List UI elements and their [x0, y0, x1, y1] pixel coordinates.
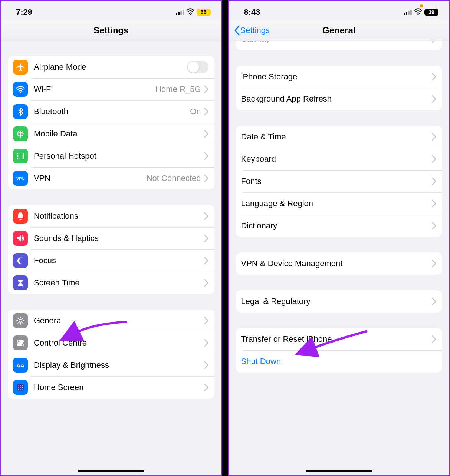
row-hotspot[interactable]: Personal Hotspot	[8, 145, 214, 167]
row-label: Date & Time	[241, 132, 432, 142]
row-focus[interactable]: Focus	[8, 249, 214, 272]
chevron-right-icon	[432, 298, 436, 305]
row-lang[interactable]: Language & Region	[236, 192, 443, 215]
status-bar: 8:43 39	[229, 1, 449, 20]
row-fonts[interactable]: Fonts	[236, 170, 443, 192]
cell-signal-icon	[404, 10, 412, 15]
row-wifi[interactable]: Wi-FiHome R_5G	[8, 78, 214, 100]
row-label: Display & Brightness	[34, 360, 204, 370]
row-label: Fonts	[241, 176, 432, 186]
chevron-right-icon	[432, 41, 436, 43]
row-storage[interactable]: iPhone Storage	[236, 66, 443, 88]
row-dict[interactable]: Dictionary	[236, 215, 443, 237]
chevron-right-icon	[432, 95, 436, 103]
chevron-right-icon	[204, 86, 208, 93]
recording-indicator-icon	[420, 4, 423, 7]
row-value: Home R_5G	[155, 85, 201, 94]
row-mobiledata[interactable]: Mobile Data	[8, 123, 214, 145]
hourglass-icon	[13, 275, 28, 290]
chevron-right-icon	[204, 279, 208, 287]
status-time: 8:43	[244, 7, 260, 17]
speaker-icon	[13, 231, 28, 246]
vpn-icon	[13, 171, 28, 186]
chevron-right-icon	[204, 108, 208, 115]
row-label: Mobile Data	[34, 129, 204, 139]
grid-icon	[13, 380, 28, 395]
moon-icon	[13, 253, 28, 268]
cell-signal-icon	[176, 10, 184, 15]
row-carplay[interactable]: CarPlay	[236, 41, 443, 50]
row-label: Sounds & Haptics	[34, 234, 204, 243]
home-indicator[interactable]	[306, 470, 372, 472]
status-time: 7:29	[16, 7, 32, 17]
home-indicator[interactable]	[78, 470, 144, 472]
row-bgrefresh[interactable]: Background App Refresh	[236, 88, 443, 110]
row-label: Personal Hotspot	[34, 151, 204, 161]
chevron-right-icon	[432, 133, 436, 141]
row-label: Shut Down	[241, 357, 437, 366]
back-button[interactable]: Settings	[234, 25, 270, 36]
row-label: Airplane Mode	[34, 62, 187, 72]
chevron-right-icon	[432, 335, 436, 343]
status-bar: 7:29 55	[1, 1, 221, 20]
general-list[interactable]: CarPlayiPhone StorageBackground App Refr…	[229, 41, 449, 475]
row-label: Dictionary	[241, 221, 432, 231]
wifi-icon	[414, 7, 422, 17]
chevron-right-icon	[204, 175, 208, 182]
row-bluetooth[interactable]: BluetoothOn	[8, 100, 214, 123]
row-label: Language & Region	[241, 199, 432, 208]
page-title: Settings	[93, 25, 129, 36]
row-value: On	[190, 107, 201, 116]
chevron-right-icon	[432, 260, 436, 267]
chevron-right-icon	[204, 339, 208, 347]
chevron-right-icon	[204, 257, 208, 264]
row-vpndm[interactable]: VPN & Device Management	[236, 252, 443, 275]
row-homescreen[interactable]: Home Screen	[8, 376, 214, 399]
row-label: Legal & Regulatory	[241, 297, 432, 306]
nav-header: Settings	[1, 20, 221, 41]
row-label: Screen Time	[34, 278, 204, 288]
row-airplane[interactable]: Airplane Mode	[8, 56, 214, 78]
bell-icon	[13, 209, 28, 224]
row-legal[interactable]: Legal & Regulatory	[236, 290, 443, 313]
chevron-right-icon	[204, 212, 208, 220]
row-label: Wi-Fi	[34, 85, 155, 94]
antenna-icon	[13, 126, 28, 141]
row-datetime[interactable]: Date & Time	[236, 126, 443, 148]
row-label: VPN	[34, 173, 147, 183]
chevron-right-icon	[432, 155, 436, 163]
row-controlcentre[interactable]: Control Centre	[8, 332, 214, 354]
settings-list[interactable]: Airplane ModeWi-FiHome R_5GBluetoothOnMo…	[1, 41, 221, 475]
row-general[interactable]: General	[8, 310, 214, 332]
status-icons: 39	[404, 7, 438, 17]
nav-header: Settings General	[229, 20, 449, 41]
row-shutdown[interactable]: Shut Down	[236, 350, 443, 373]
row-notifications[interactable]: Notifications	[8, 205, 214, 227]
row-screentime[interactable]: Screen Time	[8, 272, 214, 294]
row-vpn[interactable]: VPNNot Connected	[8, 167, 214, 189]
wifi-icon	[13, 82, 28, 97]
toggle-switch[interactable]	[187, 61, 208, 73]
airplane-icon	[13, 60, 28, 75]
chevron-right-icon	[204, 317, 208, 324]
chevron-right-icon	[204, 384, 208, 391]
chevron-right-icon	[432, 200, 436, 207]
switches-icon	[13, 335, 28, 350]
battery-indicator: 39	[424, 9, 438, 16]
row-sounds[interactable]: Sounds & Haptics	[8, 227, 214, 249]
row-value: Not Connected	[147, 173, 201, 183]
status-icons: 55	[176, 7, 211, 17]
page-title: General	[322, 25, 355, 36]
row-reset[interactable]: Transfer or Reset iPhone	[236, 328, 443, 350]
chevron-right-icon	[204, 152, 208, 160]
aa-icon	[13, 358, 28, 373]
chevron-right-icon	[432, 73, 436, 80]
chevron-right-icon	[432, 178, 436, 185]
chevron-right-icon	[204, 361, 208, 369]
row-keyboard[interactable]: Keyboard	[236, 148, 443, 170]
row-label: General	[34, 316, 204, 325]
row-display[interactable]: Display & Brightness	[8, 354, 214, 376]
row-label: Keyboard	[241, 154, 432, 164]
row-label: Transfer or Reset iPhone	[241, 334, 432, 344]
right-phone-general: 8:43 39 Settings General CarPlayiPhone S…	[228, 0, 450, 476]
